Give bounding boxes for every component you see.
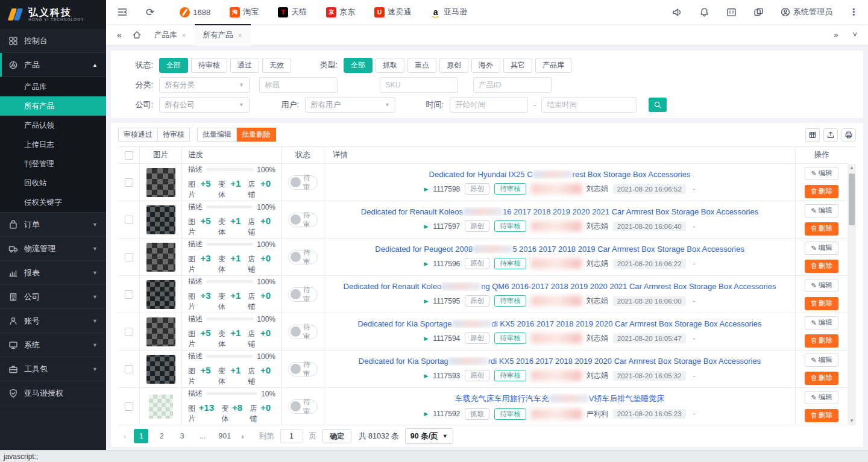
goto-page-input[interactable] [280, 429, 303, 443]
product-title-link[interactable]: Dedicated for Peugeot 20085 2016 2017 20… [375, 245, 744, 254]
product-image[interactable] [146, 317, 175, 346]
review-status-toggle[interactable]: 待审 [288, 325, 318, 339]
next-page-button[interactable]: › [239, 432, 245, 441]
marketplace-link-jd[interactable]: 京 京东 [326, 7, 355, 17]
review-status-toggle[interactable]: 待审 [288, 213, 318, 227]
tabs-menu-button[interactable]: ˅ [852, 30, 857, 39]
delete-button[interactable]: 删除 [805, 260, 838, 273]
confirm-page-button[interactable]: 确定 [322, 429, 351, 443]
product-title-link[interactable]: Dedicated for Kia Sportagrdi KX5 2016 20… [359, 357, 761, 366]
sidebar-item-products[interactable]: 产品 ▲ [0, 53, 106, 77]
product-image[interactable] [146, 168, 175, 197]
delete-button[interactable]: 删除 [805, 409, 838, 422]
marketplace-link-amazon[interactable]: a 亚马逊 [430, 7, 467, 17]
row-checkbox[interactable] [125, 178, 133, 187]
sku-input[interactable] [380, 77, 458, 93]
tab-product-library[interactable]: 产品库 × [146, 24, 195, 46]
delete-button[interactable]: 删除 [805, 334, 838, 348]
notifications-bell-button[interactable] [699, 7, 709, 17]
play-icon[interactable]: ▶ [424, 298, 428, 304]
sidebar-item-toolkit[interactable]: 工具包 ▼ [0, 357, 106, 381]
scrollbar-thumb[interactable] [849, 173, 855, 225]
sidebar-item-logistics[interactable]: 物流管理 ▼ [0, 237, 106, 261]
edit-button[interactable]: ✎编辑 [805, 391, 838, 404]
close-icon[interactable]: × [238, 31, 242, 40]
tab-all-products[interactable]: 所有产品 × [195, 24, 251, 46]
edit-button[interactable]: ✎编辑 [805, 167, 838, 180]
sidebar-subitem-upload-logs[interactable]: 上传日志 [0, 135, 106, 154]
sidebar-subitem-product-claim[interactable]: 产品认领 [0, 116, 106, 135]
delete-button[interactable]: 删除 [805, 372, 838, 385]
filter-type-original[interactable]: 原创 [439, 58, 468, 73]
marketplace-link-tmall[interactable]: T 天猫 [278, 7, 307, 17]
approve-button[interactable]: 审核通过 [118, 128, 158, 142]
row-checkbox[interactable] [125, 402, 133, 411]
end-time-input[interactable] [541, 97, 637, 113]
row-checkbox[interactable] [125, 328, 133, 336]
tabs-scroll-right-button[interactable]: » [834, 30, 838, 39]
filter-type-all[interactable]: 全部 [344, 58, 373, 73]
delete-button[interactable]: 删除 [805, 297, 838, 310]
export-button[interactable] [823, 128, 838, 142]
product-title-link[interactable]: Dedicated for Hyundai IX25 Crest Box Sto… [429, 170, 691, 179]
sidebar-item-orders[interactable]: 订单 ▼ [0, 213, 106, 237]
sidebar-item-amazon-auth[interactable]: 亚马逊授权 [0, 381, 106, 405]
product-image[interactable] [146, 280, 175, 309]
page-button-last[interactable]: 901 [216, 429, 233, 443]
print-button[interactable] [841, 128, 856, 142]
edit-button[interactable]: ✎编辑 [805, 279, 838, 292]
select-all-checkbox[interactable] [125, 151, 133, 160]
start-time-input[interactable] [450, 97, 528, 113]
bulk-edit-button[interactable]: 批量编辑 [197, 128, 237, 142]
review-status-toggle[interactable]: 待审 [288, 362, 318, 376]
close-icon[interactable]: × [182, 31, 186, 40]
company-select[interactable]: 所有公司 ▼ [159, 97, 250, 113]
sidebar-subitem-product-library[interactable]: 产品库 [0, 77, 106, 96]
product-title-link[interactable]: Dedicated for Renault Koleong QM6 2016-2… [344, 282, 776, 291]
switch-system-button[interactable] [753, 7, 764, 17]
product-id-input[interactable] [473, 77, 552, 93]
marketplace-link-aliexpress[interactable]: U 速卖通 [374, 7, 411, 17]
filter-type-overseas[interactable]: 海外 [471, 58, 500, 73]
pending-review-button[interactable]: 待审核 [158, 128, 190, 142]
play-icon[interactable]: ▶ [424, 261, 428, 267]
edit-button[interactable]: ✎编辑 [805, 242, 838, 255]
sidebar-subitem-infringement-keywords[interactable]: 侵权关键字 [0, 193, 106, 212]
page-button-1[interactable]: 1 [134, 429, 148, 443]
product-image[interactable] [149, 395, 173, 419]
more-options-button[interactable]: ⋮ [849, 7, 858, 17]
play-icon[interactable]: ▶ [424, 373, 428, 379]
review-status-toggle[interactable]: 待审 [288, 175, 318, 190]
sidebar-item-console[interactable]: 控制台 [0, 29, 106, 53]
home-tab-button[interactable] [128, 24, 146, 45]
apps-grid-button[interactable] [726, 7, 737, 17]
tabs-scroll-left-button[interactable]: « [111, 30, 128, 40]
sidebar-item-accounts[interactable]: 账号 ▼ [0, 309, 106, 333]
filter-status-passed[interactable]: 通过 [230, 58, 259, 73]
sidebar-subitem-all-products[interactable]: 所有产品 [0, 96, 106, 116]
product-image[interactable] [146, 243, 175, 272]
product-title-link[interactable]: Dedicated for Renault Koleos16 2017 2018… [361, 207, 758, 216]
table-scrollbar[interactable]: ▲ ▼ [848, 164, 856, 425]
sidebar-subitem-listing-management[interactable]: 刊登管理 [0, 154, 106, 173]
row-checkbox[interactable] [125, 216, 133, 224]
review-status-toggle[interactable]: 待审 [288, 399, 318, 414]
sidebar-item-company[interactable]: 公司 ▼ [0, 285, 106, 309]
review-status-toggle[interactable]: 待审 [288, 250, 318, 264]
refresh-button[interactable]: ⟳ [146, 7, 154, 17]
play-icon[interactable]: ▶ [424, 223, 428, 229]
announcement-speaker-button[interactable] [672, 7, 682, 17]
play-icon[interactable]: ▶ [424, 186, 428, 192]
category-select[interactable]: 所有分类 ▼ [159, 77, 250, 93]
delete-button[interactable]: 删除 [805, 185, 838, 198]
product-title-link[interactable]: 车载充气床车用旅行汽车充V轿车后排气垫睡觉床 [455, 393, 665, 404]
admin-user-menu[interactable]: 系统管理员 [781, 7, 832, 17]
column-settings-button[interactable] [805, 128, 820, 142]
marketplace-link-1688[interactable]: 1688 [180, 7, 210, 17]
page-button-2[interactable]: 2 [154, 429, 169, 443]
scroll-up-arrow[interactable]: ▲ [849, 164, 854, 172]
product-title-link[interactable]: Dedicated for Kia Sportagedi KX5 2016 20… [357, 319, 761, 328]
filter-type-product-library[interactable]: 产品库 [535, 58, 571, 73]
filter-type-scraped[interactable]: 抓取 [376, 58, 404, 73]
page-button-3[interactable]: 3 [175, 429, 189, 443]
